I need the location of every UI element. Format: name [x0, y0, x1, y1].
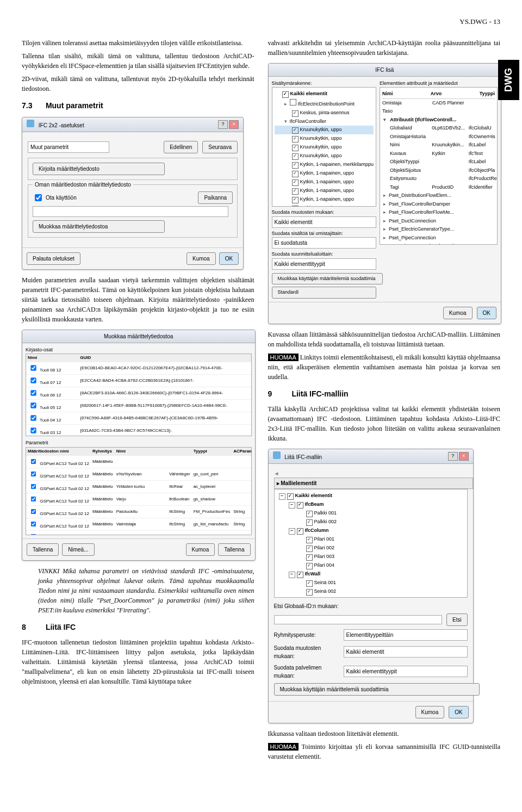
help-icon[interactable]: ?: [218, 120, 228, 129]
filter-dropdown[interactable]: Ei suodatusta: [272, 237, 377, 249]
grouping-dropdown[interactable]: Elementtityypeittäin: [344, 629, 468, 641]
element-tree[interactable]: ✓Kaikki elementit ▸IfcElectricDistributi…: [272, 87, 377, 207]
pset-item[interactable]: ▸Pset_DistributionFlowElem...: [382, 191, 495, 200]
close-icon[interactable]: ×: [229, 120, 239, 129]
next-button[interactable]: Seuraava: [202, 141, 238, 153]
tree-item[interactable]: ✓Seinä 003: [277, 596, 465, 598]
tree-item[interactable]: ✓Kytkin, 1-napainen, uppo: [275, 187, 374, 195]
filter-dropdown[interactable]: Kaikki elementtityypit: [272, 258, 377, 270]
cancel-button[interactable]: Kumoa: [415, 706, 445, 718]
cancel-button[interactable]: Kumoa: [443, 307, 473, 319]
pset-item[interactable]: ▸Pset_FlowControllerDamper: [382, 200, 495, 209]
attr-row: ObjektiSijoitusIfcObjectPla: [390, 166, 495, 175]
section-header[interactable]: ▸ Mallielementit: [274, 478, 473, 489]
tree-item[interactable]: ✓Keskus, pinta-asennus: [275, 109, 374, 117]
user-filters-button[interactable]: Muokkaa käyttäjän määrittelemiä suodatti…: [274, 683, 480, 696]
table-row[interactable]: Tuoli 07 12{E2CCA42-BAD4-4CBA-8782-CC2B0…: [26, 375, 251, 387]
edit-definition-button[interactable]: Muokkaa määrittelytiedostoa: [33, 220, 165, 233]
pset-item[interactable]: ▸Pset_ElectricGeneratorType...: [382, 225, 495, 234]
ok-button[interactable]: OK: [449, 706, 468, 718]
tree-item[interactable]: ✓Kruunukytkin, uppo: [275, 126, 374, 134]
filter-label: Suodata suunnittelualoittain:: [272, 251, 377, 258]
tree-item[interactable]: ✓Kytkin, 1-napainen, uppo: [275, 195, 374, 204]
parameters-table[interactable]: Määritiedoston nimiRyhmitysNimiTyyppiACP…: [26, 448, 252, 535]
tree-item[interactable]: −✓IfcWall: [277, 570, 465, 579]
pset-item[interactable]: ▸Pset_PipeConnectionFlanged: [382, 242, 495, 245]
tree-item[interactable]: ✓Kytkin, 1-napainen, uppo: [275, 204, 374, 207]
changes-filter-dropdown[interactable]: Kaikki elementit: [344, 646, 468, 658]
table-row[interactable]: GSPset AC12 Tuoli 02 12MäärätietoT./Sytt…: [26, 530, 252, 535]
library-parts-table[interactable]: Nimi GUID Tuoli 08 12{E9C0B14D-BEAD-4CA7…: [26, 354, 251, 436]
table-row[interactable]: Tuoli 03 12{631A62C-7C83-43B4-9BC7-9C574…: [26, 425, 251, 437]
previous-button[interactable]: Edellinen: [164, 141, 198, 153]
cancel-button[interactable]: Kumoa: [186, 543, 215, 556]
path-input[interactable]: [33, 206, 228, 217]
write-definition-button[interactable]: Kirjoita määrittelytiedosto: [33, 163, 165, 175]
save-button[interactable]: Tallenna: [27, 543, 59, 556]
tree-item[interactable]: ✓Pilari 001: [277, 535, 465, 544]
tree-item[interactable]: ▾IfcFlowController: [275, 117, 374, 126]
table-row[interactable]: GSPset AC12 Tuoli 02 12MäärätietoPaloluo…: [26, 505, 252, 518]
edit-definition-dialog: Muokkaa määrittelytiedostoa Kirjasto-osa…: [22, 330, 256, 561]
user-filters-button[interactable]: Muokkaa käyttäjän määrittelemiä suodatti…: [272, 273, 383, 285]
filter-dropdown[interactable]: Kaikki elementit: [272, 216, 377, 228]
global-id-input[interactable]: [274, 615, 443, 624]
model-elements-tree[interactable]: −✓Kaikki elementit−✓IfcBeam✓Palkki 001✓P…: [274, 489, 468, 598]
dialog-footer: Palauta oletukset Kumoa OK: [22, 247, 243, 269]
table-row[interactable]: GSPset AC12 Tuoli 02 12MäärätietoVarjoif…: [26, 493, 252, 505]
ok-button[interactable]: OK: [477, 307, 496, 319]
left-column: Tilojen välinen toleranssi asettaa maksi…: [22, 38, 254, 765]
table-row[interactable]: Tuoli 04 12{874C590-A88F-4318-84B5-648BC…: [26, 412, 251, 425]
tree-item[interactable]: ✓Seinä 001: [277, 579, 465, 587]
defaults-button[interactable]: Standardi: [272, 287, 377, 299]
dialog-titlebar: IFC lisä: [269, 64, 501, 77]
tree-item[interactable]: −✓Kaikki elementit: [277, 492, 465, 500]
help-icon[interactable]: ?: [448, 452, 458, 461]
locate-button[interactable]: Paikanna: [198, 191, 233, 204]
attribute-panel[interactable]: NimiArvoTyyppi OmistajaCADS PlannerTaso …: [380, 87, 498, 245]
attr-group[interactable]: ▾ Attribuutit (IfcFlowControll...: [382, 116, 495, 125]
tree-item[interactable]: ✓Palkki 002: [277, 518, 465, 526]
table-row[interactable]: Tuoli 08 12{E9C0B14D-BEAD-4CA7-92DC-D121…: [26, 362, 251, 375]
server-filter-dropdown[interactable]: Kaikki elementtityypit: [344, 666, 468, 677]
table-row[interactable]: GSPset AC12 Tuoli 02 12Määrätietos%s%yvi…: [26, 468, 252, 480]
rename-button[interactable]: Nimeä...: [62, 543, 94, 556]
pset-item[interactable]: ▸Pset_FlowControllerFlowMe...: [382, 208, 495, 217]
save-button-2[interactable]: Tallenna: [218, 543, 250, 556]
tree-item[interactable]: ▸IfcElectricDistributionPoint: [275, 98, 374, 109]
tree-item[interactable]: ✓Kruunukytkin, uppo: [275, 134, 374, 143]
expand-icon[interactable]: ▾: [383, 116, 389, 124]
defaults-button[interactable]: Palauta oletukset: [27, 252, 80, 265]
tree-item[interactable]: ✓Kytkin, 1-napainen, merkkilamppu: [275, 160, 374, 169]
tree-item[interactable]: ✓Palkki 001: [277, 509, 465, 518]
table-row[interactable]: GSPset AC12 Tuoli 02 12MäärätietoYi/täst…: [26, 480, 252, 493]
section-heading-9: 9 Liitä IFC-malliin: [268, 388, 501, 400]
tree-item[interactable]: −✓IfcBeam: [277, 500, 465, 509]
tree-item[interactable]: −✓IfcColumn: [277, 526, 465, 535]
tab-dropdown[interactable]: Muut parametrit: [28, 141, 109, 153]
pset-item[interactable]: ▸Pset_PipeConnection: [382, 234, 495, 243]
table-row[interactable]: Tuoli 05 12{68200617-14F1-45EF-80BB-5117…: [26, 400, 251, 412]
field-label: Suodata muutosten mukaan:: [274, 644, 339, 660]
search-button[interactable]: Etsi: [446, 613, 468, 626]
tree-item[interactable]: ✓Kytkin, 1-napainen, uppo: [275, 169, 374, 178]
tree-item[interactable]: ✓Seinä 002: [277, 587, 465, 596]
table-row[interactable]: GSPset AC12 Tuoli 02 12Määrätieto: [26, 455, 252, 468]
right-column: vahvasti arkkitehdin tai yleisemmin Arch…: [268, 38, 501, 765]
tree-item[interactable]: ✓Kytkin, 1-napainen, uppo: [275, 178, 374, 187]
close-icon[interactable]: ×: [459, 452, 469, 461]
tree-item[interactable]: ✓Kruunukytkin, uppo: [275, 143, 374, 152]
tree-item[interactable]: ✓Pilari 003: [277, 553, 465, 561]
tree-item[interactable]: ✓Kruunukytkin, uppo: [275, 152, 374, 160]
tree-root[interactable]: ✓Kaikki elementit: [275, 90, 374, 98]
tree-item[interactable]: ✓Pilari 002: [277, 544, 465, 553]
pset-item[interactable]: ▸Pset_DuctConnection: [382, 217, 495, 226]
cancel-button[interactable]: Kumoa: [187, 252, 216, 265]
panel-heading: Sisältymärakenne:: [272, 80, 377, 88]
enable-checkbox[interactable]: [35, 194, 42, 201]
table-row[interactable]: Tuoli 06 12{8ACE2BF3-810A-466C-B126-340E…: [26, 387, 251, 400]
section-number: 7.3: [22, 100, 44, 111]
ok-button[interactable]: OK: [219, 252, 239, 265]
tree-item[interactable]: ✓Pilari 004: [277, 561, 465, 570]
table-row[interactable]: GSPset AC12 Tuoli 02 12MäärätietoValmist…: [26, 518, 252, 530]
